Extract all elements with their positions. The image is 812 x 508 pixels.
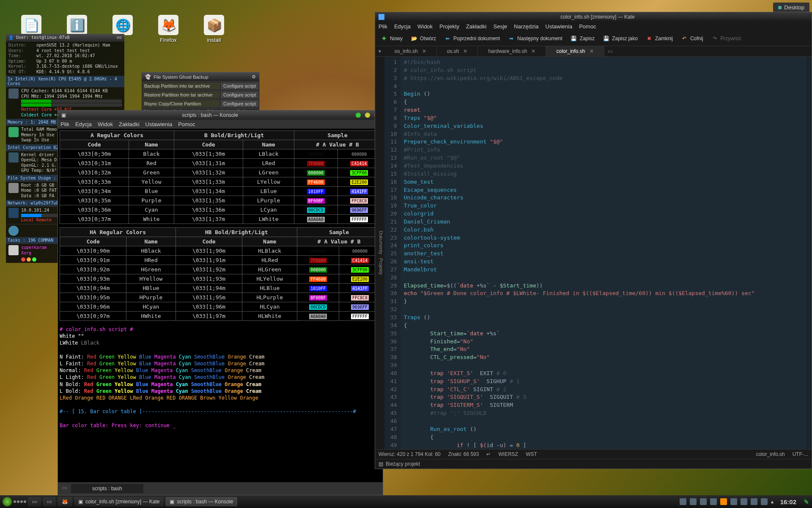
tray-icon[interactable] [720, 498, 727, 505]
fs-backup-titlebar[interactable]: 👻 File System Ghost Backup ⚙ [142, 72, 259, 81]
tool-label: Zamknij [655, 36, 673, 41]
kate-titlebar[interactable]: color_info.sh [zmieniony] — Kate [375, 12, 812, 22]
desktop-icon[interactable]: 🦊 Firefox [158, 15, 178, 43]
configure-button[interactable]: Configure script [221, 91, 258, 98]
menu-item[interactable]: Pomoc [579, 23, 596, 30]
configure-button[interactable]: Configure script [221, 100, 258, 107]
kate-tabs[interactable]: ▾ os_info.sh ✕ os.sh ✕ hardware_info.sh … [375, 46, 812, 57]
poprzedni dokument-button[interactable]: ⬅ Poprzedni dokument [442, 34, 502, 43]
menu-item[interactable]: Widok [98, 121, 113, 127]
nowy-button[interactable]: ✚ Nowy [379, 34, 404, 43]
editor-tab[interactable]: os.sh ✕ [437, 46, 478, 56]
clock[interactable]: 16:02 [777, 498, 800, 505]
tray-icon[interactable] [700, 498, 707, 505]
menu-item[interactable]: Edycja [394, 23, 411, 30]
zamknij-button[interactable]: ✖ Zamknij [644, 34, 675, 43]
menu-item[interactable]: Zakładki [119, 121, 139, 127]
cpu-cache: CPU Caches: 6144 6144 6144 6144 KB [21, 88, 122, 94]
configure-button[interactable]: Configure script [221, 83, 258, 89]
show-desktop-button[interactable]: Desktop [773, 3, 809, 12]
tool-icon: ↷ [711, 35, 719, 42]
insert-label[interactable]: WST [526, 451, 537, 457]
menu-item[interactable]: Edycja [75, 121, 92, 127]
close-tab-icon[interactable]: ✕ [422, 48, 426, 54]
tray-expand-icon[interactable]: ▴ [771, 499, 774, 505]
menu-item[interactable]: Plik [60, 121, 69, 127]
code-area[interactable]: #!/bin/bash # color_info.sh script # htt… [401, 57, 805, 449]
kate-window[interactable]: color_info.sh [zmieniony] — Kate PlikEdy… [375, 12, 812, 469]
close-icon[interactable]: ⚙ [252, 74, 256, 80]
kate-footer[interactable]: ▤ Bieżący projekt [375, 459, 812, 469]
close-tab-icon[interactable]: ✕ [590, 48, 594, 54]
tray-icon[interactable] [751, 498, 757, 505]
system-tray[interactable]: ▴ 16:02 🦎 [680, 498, 809, 505]
taskbar[interactable]: ▭ ▭ 🦊 ▣ color_info.sh [zmieniony] — Kate… [0, 495, 812, 508]
desktop-icon[interactable]: 📦 install [204, 15, 224, 43]
host-value: test@linux-07v8 [31, 35, 69, 40]
konsole-tab[interactable]: scripts : bash [71, 484, 143, 493]
cofnij-button[interactable]: ↶ Cofnij [679, 34, 705, 43]
tray-icon[interactable] [710, 498, 717, 505]
przywróć-button[interactable]: ↷ Przywróć [709, 34, 743, 43]
konsole-titlebar[interactable]: ▣ scripts : bash — Konsole [58, 110, 383, 120]
pager[interactable]: ▭ [28, 497, 41, 506]
opensuse-icon[interactable]: 🦎 [803, 499, 809, 505]
minimize-icon[interactable] [356, 113, 361, 118]
tab-list-icon[interactable]: ▾ [375, 47, 384, 56]
file-label: color_info.sh [756, 451, 785, 457]
kate-editor[interactable]: 1 2 3 4 5 6 7 8 9 10 11 12 13 14 15 16 1… [384, 57, 812, 449]
firefox-launcher[interactable]: 🦊 [58, 497, 72, 506]
tool-icon: ✚ [380, 35, 388, 42]
backup-action[interactable]: Restore Partition from tar archive [143, 91, 220, 98]
konsole-window[interactable]: ▣ scripts : bash — Konsole PlikEdycjaWid… [58, 110, 383, 495]
terminal-output[interactable]: A Regular ColorsB Bold/Bright/LigtSample… [58, 129, 383, 482]
konsole-tabs[interactable]: ▭ scripts : bash [58, 482, 383, 495]
menu-item[interactable]: Projekty [439, 23, 459, 30]
sysmon-header[interactable]: 👤 User: test@linux-07v8 ⚙⚙ [6, 34, 124, 41]
tray-icon[interactable] [680, 498, 686, 505]
tray-icon[interactable] [761, 498, 768, 505]
tray-icon[interactable] [690, 498, 697, 505]
close-tab-icon[interactable]: ✕ [531, 48, 535, 54]
minimap[interactable] [805, 57, 812, 449]
editor-tab[interactable]: hardware_info.sh ✕ [478, 46, 546, 56]
backup-action[interactable]: Backup Partition into tar archive [143, 83, 220, 89]
tray-icon[interactable] [730, 498, 737, 505]
new-tab-icon[interactable]: ▭ [60, 484, 69, 493]
activity-pager[interactable] [14, 500, 26, 503]
tab-overflow-icon[interactable]: ▭ [604, 47, 616, 56]
backup-action[interactable]: Rsync Copy/Clone Partition [143, 100, 220, 107]
menu-item[interactable]: Ustawienia [145, 121, 173, 127]
line-gutter[interactable]: 1 2 3 4 5 6 7 8 9 10 11 12 13 14 15 16 1… [384, 57, 401, 449]
cpu-mhz: CPU MHz: 1994 1994 1994 1994 MHz [21, 94, 122, 99]
editor-tab[interactable]: color_info.sh ✕ [546, 46, 604, 56]
editor-tab[interactable]: os_info.sh ✕ [384, 46, 437, 56]
kate-side-docs[interactable]: Dokumenty Projekty [375, 57, 384, 449]
menu-item[interactable]: Zakładki [466, 23, 486, 30]
otwórz-button[interactable]: 📂 Otwórz [409, 34, 438, 43]
menu-item[interactable]: Ustawienia [546, 23, 573, 30]
menu-item[interactable]: Narzędzia [514, 23, 539, 30]
start-button[interactable] [3, 497, 12, 506]
menu-item[interactable]: Widok [417, 23, 433, 30]
zapisz-button[interactable]: 💾 Zapisz [568, 34, 596, 43]
wrap-icon[interactable]: ↵ [486, 451, 491, 457]
kate-menubar[interactable]: PlikEdycjaWidokProjektyZakładkiSesjeNarz… [375, 22, 812, 31]
maximize-icon[interactable] [365, 113, 370, 118]
settings-icon[interactable]: ⚙⚙ [117, 35, 122, 40]
tray-icon[interactable] [741, 498, 747, 505]
konsole-menubar[interactable]: PlikEdycjaWidokZakładkiUstawieniaPomoc [58, 120, 383, 129]
zapisz jako-button[interactable]: 💾 Zapisz jako [601, 34, 639, 43]
close-tab-icon[interactable]: ✕ [463, 48, 467, 54]
menu-item[interactable]: Pomoc [178, 121, 195, 127]
enc-label[interactable]: UTF-... [793, 451, 808, 457]
menu-item[interactable]: Sesje [494, 23, 508, 30]
disk-icon [8, 183, 19, 193]
kate-toolbar[interactable]: ✚ Nowy 📂 Otwórz ⬅ Poprzedni dokument ➡ N… [375, 31, 812, 46]
task-button[interactable]: ▣ color_info.sh [zmieniony] — Kate [74, 497, 164, 506]
menu-item[interactable]: Plik [379, 23, 387, 30]
następny dokument-button[interactable]: ➡ Następny dokument [506, 34, 564, 43]
task-button[interactable]: ▣ scripts : bash — Konsole [165, 497, 237, 506]
show-desktop-button[interactable]: ▭ [43, 497, 56, 506]
mode-label[interactable]: WIERSZ [498, 451, 518, 457]
